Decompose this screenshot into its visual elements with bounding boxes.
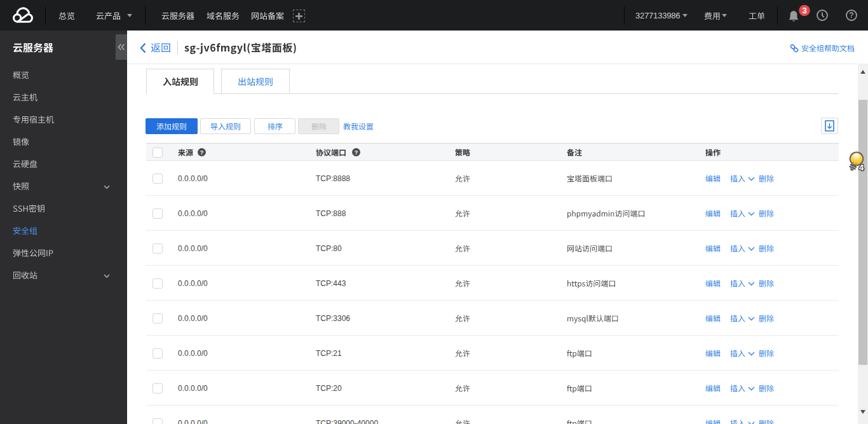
svg-text:3: 3: [802, 6, 806, 15]
svg-text:4: 4: [859, 163, 864, 172]
svg-text:?: ?: [355, 149, 358, 156]
svg-text:?: ?: [200, 149, 204, 156]
svg-text:?: ?: [849, 11, 853, 20]
